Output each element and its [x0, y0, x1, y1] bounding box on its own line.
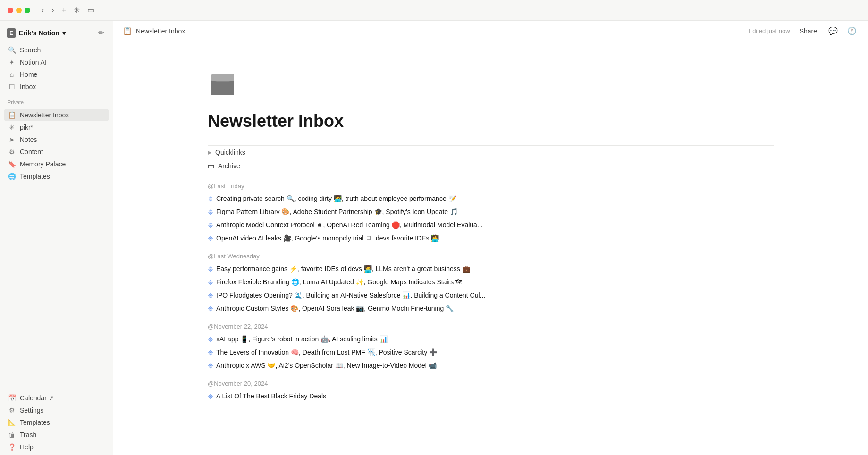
sidebar-item-label: Notes [20, 136, 37, 143]
settings-icon: ⚙ [8, 406, 16, 414]
templates-icon: 🌐 [8, 173, 16, 180]
date-nov-22: @November 22, 2024 [208, 323, 774, 330]
date-last-friday: @Last Friday [208, 182, 774, 190]
sidebar-item-calendar[interactable]: 📅 Calendar ↗ [4, 392, 109, 404]
topbar: 📋 Newsletter Inbox Edited just now Share… [113, 21, 868, 41]
sidebar-item-memory-palace[interactable]: 🔖 Memory Palace [4, 158, 109, 170]
sidebar-header: E Erik's Notion ▾ ✏ [0, 21, 113, 42]
content-icon: ⚙ [8, 148, 16, 156]
private-nav: 📋 Newsletter Inbox ✳ pikr* ➤ Notes ⚙ Con… [0, 107, 113, 184]
date-last-wednesday: @Last Wednesday [208, 253, 774, 260]
sidebar-item-label: Content [20, 148, 43, 156]
chat-button[interactable]: 💬 [826, 25, 840, 37]
sidebar-item-label: Inbox [20, 83, 36, 91]
sidebar-item-label: Help [20, 443, 34, 451]
title-bar: ‹ › + ✳ ▭ [0, 0, 868, 21]
sidebar-item-label: pikr* [20, 124, 33, 131]
sidebar-item-content[interactable]: ⚙ Content [4, 146, 109, 158]
sidebar-item-templates2[interactable]: 📐 Templates [4, 416, 109, 429]
sidebar-divider [4, 387, 109, 387]
new-tab-button[interactable]: + [60, 5, 68, 16]
quicklinks-label: Quicklinks [215, 149, 245, 156]
list-item: ❊ Firefox Flexible Branding 🌐, Luma AI U… [208, 276, 774, 289]
bullet-icon: ❊ [208, 265, 213, 274]
sidebar-item-notes[interactable]: ➤ Notes [4, 133, 109, 146]
sidebar: E Erik's Notion ▾ ✏ 🔍 Search ✦ Notion AI… [0, 0, 113, 455]
entry-text: A List Of The Best Black Friday Deals [216, 391, 774, 401]
bottom-nav: 📅 Calendar ↗ ⚙ Settings 📐 Templates 🗑 Tr… [0, 390, 113, 455]
archive-toggle[interactable]: 🗃 Archive [208, 159, 774, 173]
minimize-button[interactable] [16, 8, 22, 13]
bullet-icon: ❊ [208, 221, 213, 231]
content-area: Newsletter Inbox ▶ Quicklinks 🗃 Archive … [113, 41, 868, 455]
sidebar-item-settings[interactable]: ⚙ Settings [4, 404, 109, 416]
list-item: ❊ A List Of The Best Black Friday Deals [208, 390, 774, 403]
sidebar-item-pikr[interactable]: ✳ pikr* [4, 121, 109, 133]
forward-button[interactable]: › [50, 5, 56, 16]
sidebar-item-label: Newsletter Inbox [20, 111, 69, 119]
sidebar-item-label: Calendar ↗ [20, 394, 54, 402]
nav-controls: ‹ › + ✳ ▭ [40, 5, 96, 16]
workspace-label: Erik's Notion [19, 29, 59, 37]
sidebar-item-inbox[interactable]: ☐ Inbox [4, 81, 109, 93]
entry-text: xAI app 📱, Figure's robot in action 🤖, A… [216, 334, 774, 344]
sidebar-item-templates[interactable]: 🌐 Templates [4, 170, 109, 182]
list-item: ❊ OpenAI video AI leaks 🎥, Google's mono… [208, 232, 774, 245]
workspace-name[interactable]: E Erik's Notion ▾ [7, 28, 66, 38]
bullet-icon: ❊ [208, 278, 213, 288]
quicklinks-toggle[interactable]: ▶ Quicklinks [208, 145, 774, 159]
workspace-icon: E [7, 28, 16, 38]
sidebar-item-label: Settings [20, 406, 44, 414]
entry-text: Figma Pattern Library 🎨, Adobe Student P… [216, 207, 774, 217]
quicklinks-arrow: ▶ [208, 149, 211, 156]
sidebar-item-newsletter-inbox[interactable]: 📋 Newsletter Inbox [4, 109, 109, 121]
star-button[interactable]: ✳ [72, 5, 82, 16]
workspace-chevron: ▾ [62, 29, 66, 37]
new-page-button[interactable]: ✏ [96, 26, 106, 39]
sidebar-item-home[interactable]: ⌂ Home [4, 68, 109, 81]
entry-text: Anthropic Custom Styles 🎨, OpenAI Sora l… [216, 304, 774, 314]
close-button[interactable] [8, 8, 13, 13]
date-nov-20: @November 20, 2024 [208, 380, 774, 387]
sidebar-item-trash[interactable]: 🗑 Trash [4, 429, 109, 441]
list-item: ❊ Anthropic Model Context Protocol 🖥, Op… [208, 219, 774, 232]
notes-icon: ➤ [8, 136, 16, 143]
sidebar-item-help[interactable]: ❓ Help [4, 441, 109, 453]
search-icon: 🔍 [8, 46, 16, 54]
home-icon: ⌂ [8, 71, 16, 78]
breadcrumb-icon: 📋 [123, 26, 132, 35]
entry-text: Creating private search 🔍, coding dirty … [216, 194, 774, 204]
breadcrumb-text: Newsletter Inbox [136, 27, 185, 35]
private-section-label: Private [0, 95, 113, 107]
templates2-icon: 📐 [8, 419, 16, 426]
entry-text: The Levers of Innovation 🧠, Death from L… [216, 347, 774, 357]
page-title: Newsletter Inbox [208, 111, 774, 131]
inbox-icon: ☐ [8, 83, 16, 91]
memory-palace-icon: 🔖 [8, 160, 16, 168]
newsletter-inbox-icon: 📋 [8, 111, 16, 119]
tablet-button[interactable]: ▭ [85, 5, 96, 16]
list-item: ❊ IPO Floodgates Opening? 🌊, Building an… [208, 289, 774, 302]
sidebar-item-label: Templates [20, 173, 50, 180]
sidebar-item-label: Notion AI [20, 58, 47, 66]
clock-button[interactable]: 🕐 [845, 25, 859, 37]
list-item: ❊ xAI app 📱, Figure's robot in action 🤖,… [208, 333, 774, 346]
sidebar-item-label: Home [20, 71, 37, 78]
svg-rect-5 [211, 74, 234, 81]
entry-text: Anthropic Model Context Protocol 🖥, Open… [216, 220, 774, 230]
main: 📋 Newsletter Inbox Edited just now Share… [113, 0, 868, 455]
share-button[interactable]: Share [796, 25, 821, 37]
entry-text: OpenAI video AI leaks 🎥, Google's monopo… [216, 233, 774, 243]
bullet-icon: ❊ [208, 207, 213, 217]
help-icon: ❓ [8, 443, 16, 451]
maximize-button[interactable] [25, 8, 30, 13]
bullet-icon: ❊ [208, 194, 213, 204]
list-item: ❊ Anthropic Custom Styles 🎨, OpenAI Sora… [208, 302, 774, 315]
sidebar-item-label: Search [20, 46, 41, 54]
sidebar-item-notion-ai[interactable]: ✦ Notion AI [4, 56, 109, 68]
bullet-icon: ❊ [208, 335, 213, 345]
sidebar-item-label: Trash [20, 431, 36, 438]
calendar-icon: 📅 [8, 394, 16, 402]
sidebar-item-search[interactable]: 🔍 Search [4, 44, 109, 56]
back-button[interactable]: ‹ [40, 5, 46, 16]
